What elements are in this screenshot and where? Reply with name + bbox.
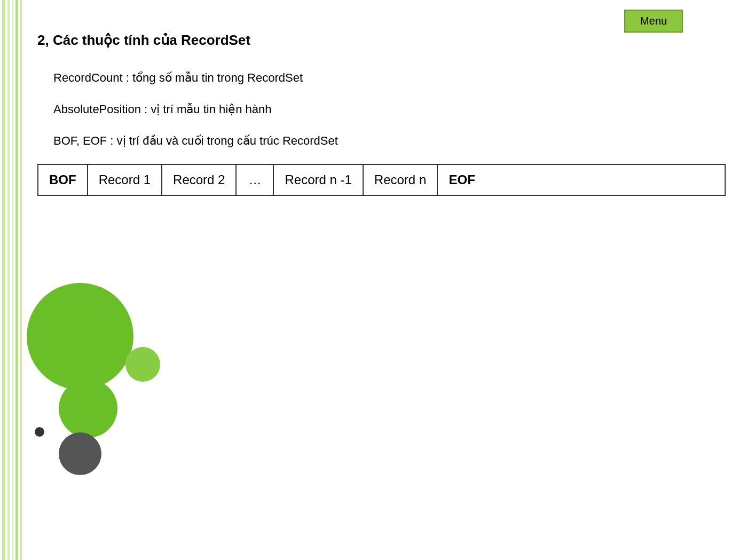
properties-list: RecordCount : tổng số mẫu tin trong Reco… bbox=[53, 70, 726, 149]
cell-recordn1: Record n -1 bbox=[274, 165, 363, 195]
cell-recordn: Record n bbox=[364, 165, 438, 195]
cell-bof: BOF bbox=[38, 165, 88, 195]
stripe-4 bbox=[15, 0, 18, 560]
property-bof-eof: BOF, EOF : vị trí đầu và cuối trong cấu … bbox=[53, 133, 726, 149]
stripe-1 bbox=[2, 0, 5, 560]
circle-medium2 bbox=[59, 432, 101, 475]
main-content: 2, Các thuộc tính của RecordSet RecordCo… bbox=[37, 32, 726, 212]
stripe-5 bbox=[20, 0, 22, 560]
record-table: BOF Record 1 Record 2 … Record n -1 Reco… bbox=[37, 164, 726, 196]
left-stripes bbox=[0, 0, 32, 560]
circle-small bbox=[35, 427, 44, 437]
stripe-3 bbox=[12, 0, 13, 560]
circle-overlap bbox=[125, 347, 160, 382]
cell-record2: Record 2 bbox=[162, 165, 237, 195]
cell-record1: Record 1 bbox=[88, 165, 162, 195]
property-recordcount: RecordCount : tổng số mẫu tin trong Reco… bbox=[53, 70, 726, 86]
circle-large bbox=[27, 283, 133, 390]
cell-eof: EOF bbox=[438, 165, 486, 195]
circle-medium bbox=[59, 379, 117, 438]
menu-button[interactable]: Menu bbox=[624, 10, 683, 33]
cell-dots: … bbox=[237, 165, 274, 195]
stripe-2 bbox=[7, 0, 10, 560]
property-absoluteposition: AbsolutePosition : vị trí mẫu tin hiện h… bbox=[53, 101, 726, 118]
section-title: 2, Các thuộc tính của RecordSet bbox=[37, 32, 726, 49]
